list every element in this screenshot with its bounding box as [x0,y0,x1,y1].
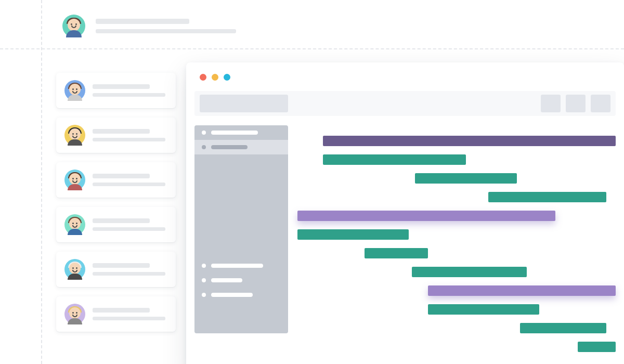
app-window [186,62,624,364]
window-controls [186,62,624,81]
person-name-placeholder [93,84,150,89]
gantt-bar[interactable] [520,323,606,333]
person-card[interactable] [56,207,176,242]
toolbar-title-placeholder [200,95,288,112]
bullet-icon [202,145,206,149]
gantt-bar[interactable] [323,136,616,146]
sidebar-item[interactable] [194,288,288,302]
bullet-icon [202,278,206,282]
gantt-row [297,173,616,184]
person-sub-placeholder [93,227,165,231]
sidebar-item[interactable] [194,258,288,273]
sidebar [194,125,288,333]
sidebar-label-placeholder [211,293,253,297]
gantt-bar[interactable] [415,173,517,184]
gantt-row [297,211,616,221]
header-title-placeholder [96,19,189,24]
toolbar-action-button[interactable] [591,95,610,112]
gantt-row [297,136,616,146]
person-sub-placeholder [93,93,165,97]
header-person [62,15,236,37]
person-avatar [64,259,85,280]
sidebar-label-placeholder [211,278,242,282]
gantt-row [297,248,616,258]
person-card[interactable] [56,162,176,198]
vertical-divider [41,0,42,364]
gantt-chart [297,125,616,360]
person-card[interactable] [56,118,176,153]
gantt-row [297,285,616,296]
bullet-icon [202,293,206,297]
gantt-row [297,267,616,277]
person-sub-placeholder [93,138,165,141]
toolbar [194,91,616,116]
sidebar-item[interactable] [194,273,288,288]
gantt-row [297,229,616,240]
person-sub-placeholder [93,183,165,186]
sidebar-label-placeholder [211,131,258,135]
gantt-row [297,154,616,165]
gantt-bar[interactable] [412,267,526,277]
toolbar-action-button[interactable] [541,95,561,112]
toolbar-action-button[interactable] [566,95,586,112]
person-card[interactable] [56,296,176,332]
person-avatar [64,80,85,101]
person-avatar [64,170,85,190]
person-name-placeholder [93,174,150,178]
gantt-bar[interactable] [365,248,428,258]
gantt-bar[interactable] [428,285,616,296]
bullet-icon [202,131,206,135]
gantt-row [297,304,616,315]
header-subtitle-placeholder [96,29,236,33]
sidebar-label-placeholder [211,145,248,149]
gantt-bar[interactable] [323,154,466,165]
person-name-placeholder [93,129,150,134]
close-dot[interactable] [200,74,206,81]
bullet-icon [202,264,206,268]
sidebar-label-placeholder [211,264,263,268]
people-list [56,73,176,341]
sidebar-item[interactable] [194,125,288,140]
person-name-placeholder [93,263,150,268]
gantt-row [297,323,616,333]
minimize-dot[interactable] [212,74,218,81]
gantt-bar[interactable] [488,192,606,202]
person-avatar [64,214,85,235]
person-avatar [64,304,85,324]
sidebar-item[interactable] [194,140,288,154]
person-sub-placeholder [93,317,165,320]
gantt-bar[interactable] [428,304,539,315]
person-name-placeholder [93,308,150,313]
gantt-bar[interactable] [297,211,555,221]
gantt-row [297,192,616,202]
gantt-row [297,342,616,352]
person-sub-placeholder [93,272,165,276]
person-avatar [64,125,85,146]
person-card[interactable] [56,73,176,108]
person-card[interactable] [56,252,176,287]
gantt-bar[interactable] [297,229,409,240]
horizontal-divider [0,48,624,49]
header-avatar [62,15,85,37]
gantt-bar[interactable] [578,342,616,352]
zoom-dot[interactable] [224,74,230,81]
person-name-placeholder [93,218,150,223]
